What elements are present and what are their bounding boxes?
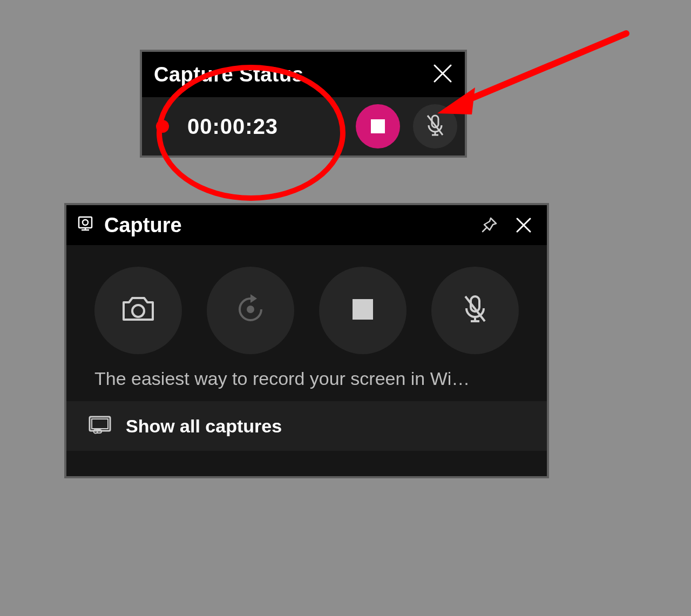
svg-rect-1 [79, 217, 92, 228]
recording-elapsed-time: 00:00:23 [187, 114, 343, 139]
record-last-button[interactable] [207, 267, 294, 354]
pin-icon [480, 216, 498, 234]
capture-panel-title: Capture [104, 214, 467, 237]
microphone-toggle-button[interactable] [413, 104, 457, 148]
camera-icon [120, 295, 156, 326]
close-button[interactable] [430, 62, 455, 87]
close-icon [432, 63, 453, 86]
svg-point-3 [132, 305, 144, 317]
svg-rect-8 [92, 419, 108, 429]
show-all-captures-button[interactable]: Show all captures [66, 401, 547, 451]
close-icon [514, 216, 533, 234]
stop-recording-button[interactable] [319, 267, 407, 354]
capture-status-body: 00:00:23 [142, 97, 465, 155]
webcam-icon [76, 215, 94, 235]
capture-status-title: Capture Status [154, 63, 303, 86]
capture-context-text: The easiest way to record your screen in… [66, 365, 547, 401]
svg-line-10 [459, 33, 626, 104]
record-last-icon [233, 292, 268, 329]
pin-button[interactable] [477, 213, 502, 238]
capture-actions-row [66, 245, 547, 365]
capture-panel-body: The easiest way to record your screen in… [66, 245, 547, 476]
svg-point-4 [247, 306, 254, 313]
capture-panel: Capture [64, 203, 549, 478]
microphone-muted-icon [461, 293, 489, 328]
gallery-icon [88, 415, 112, 437]
close-button[interactable] [511, 213, 536, 238]
svg-point-2 [83, 220, 88, 225]
capture-status-widget: Capture Status 00:00:23 [140, 50, 467, 158]
svg-rect-5 [353, 299, 373, 320]
stop-icon [350, 297, 375, 324]
capture-panel-titlebar: Capture [66, 205, 547, 245]
show-all-captures-label: Show all captures [126, 416, 282, 437]
screenshot-button[interactable] [94, 267, 182, 354]
microphone-toggle-button[interactable] [431, 267, 519, 354]
stop-recording-button[interactable] [356, 104, 400, 148]
capture-status-titlebar: Capture Status [142, 52, 465, 97]
recording-indicator-icon [156, 120, 169, 133]
stop-icon [371, 119, 385, 133]
microphone-muted-icon [424, 113, 446, 139]
